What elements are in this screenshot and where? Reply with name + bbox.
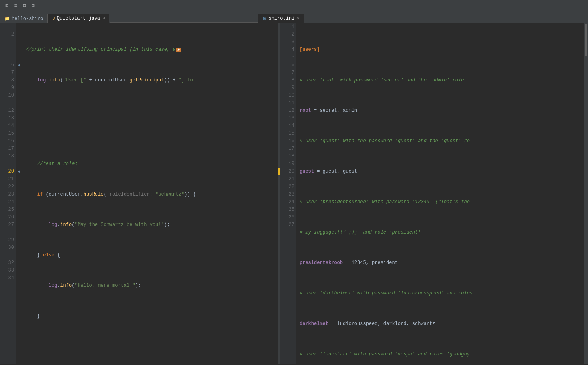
code-line-8: } else { [26, 252, 275, 259]
code-line-7: log.info("May the Schwartz be with you!"… [26, 221, 275, 229]
ini-editor: 1 2 3 4 5 6 7 8 9 10 11 12 13 14 15 16 1… [280, 23, 588, 364]
ini-line-2: # user 'root' with password 'secret' and… [300, 77, 581, 84]
toolbar-icon-4[interactable]: ⊞ [30, 2, 37, 10]
ini-line-6: # user 'presidentskroob' with password '… [300, 198, 581, 206]
ini-line-4: # user 'guest' with the password 'guest'… [300, 137, 581, 145]
ini-line-9: # user 'darkhelmet' with password 'ludic… [300, 290, 581, 297]
ini-line-11: # user 'lonestarr' with password 'vespa'… [300, 351, 581, 358]
ini-line-7: # my luggage!!!" ;)), and role 'presiden… [300, 229, 581, 236]
tab-close-ini[interactable]: × [297, 16, 300, 21]
tabbar: 📁 hello-shiro J Quickstart.java × 🗎 shir… [0, 12, 588, 23]
gutter-icons: ◆ ◆ [16, 23, 22, 364]
ini-code[interactable]: [users] # user 'root' with password 'sec… [296, 23, 584, 364]
code-line-5: //test a role: [26, 160, 275, 168]
ini-line-numbers: 1 2 3 4 5 6 7 8 9 10 11 12 13 14 15 16 1… [280, 23, 296, 364]
toolbar: ⊞ ≡ ⊟ ⊞ [0, 0, 588, 12]
code-line-9: log.info("Hello, mere mortal."); [26, 282, 275, 290]
ini-line-3: root = secret, admin [300, 107, 581, 115]
scrollbar-thumb [585, 24, 587, 56]
gutter-icon-line20: ◆ [16, 168, 22, 175]
tab-shiro-ini[interactable]: 🗎 shiro.ini × [258, 14, 304, 23]
ini-line-1: [users] [300, 46, 581, 54]
toolbar-icon-3[interactable]: ⊟ [21, 2, 28, 10]
code-line-2: log.info("User [" + currentUser.getPrinc… [26, 77, 275, 84]
java-line-numbers: 2 6 7 8 9 10 12 13 14 15 16 17 18 20 21 … [0, 23, 16, 364]
toolbar-icon-1[interactable]: ⊞ [3, 2, 10, 10]
main-content: 2 6 7 8 9 10 12 13 14 15 16 17 18 20 21 … [0, 23, 588, 364]
ini-file-icon: 🗎 [262, 16, 267, 21]
code-line-10: } [26, 313, 275, 320]
java-code[interactable]: //print their identifying principal (in … [22, 23, 278, 364]
java-file-icon: J [52, 16, 55, 21]
ini-line-8: presidentskroob = 12345, president [300, 259, 581, 267]
tab-close-quickstart[interactable]: × [103, 16, 105, 21]
code-line-3 [26, 107, 275, 115]
gutter-icon-line6: ◆ [16, 61, 22, 69]
tab-hello-shiro[interactable]: 📁 hello-shiro [0, 14, 48, 23]
code-line-4 [26, 130, 275, 137]
toolbar-icon-2[interactable]: ≡ [12, 2, 19, 10]
folder-icon: 📁 [4, 16, 10, 21]
left-scrollbar[interactable] [278, 23, 280, 364]
tab-quickstart-java[interactable]: J Quickstart.java × [48, 14, 109, 23]
code-line-1: //print their identifying principal (in … [26, 46, 275, 54]
java-editor: 2 6 7 8 9 10 12 13 14 15 16 17 18 20 21 … [0, 23, 280, 364]
ini-line-10: darkhelmet = ludicrousspeed, darklord, s… [300, 320, 581, 328]
code-line-11 [26, 343, 275, 351]
ini-scrollbar[interactable] [584, 23, 588, 364]
code-line-6: if (currentUser.hasRole( roleIdentifier:… [26, 191, 275, 198]
yellow-bar-marker [278, 168, 280, 175]
ini-line-5: guest = guest, guest [300, 168, 581, 175]
